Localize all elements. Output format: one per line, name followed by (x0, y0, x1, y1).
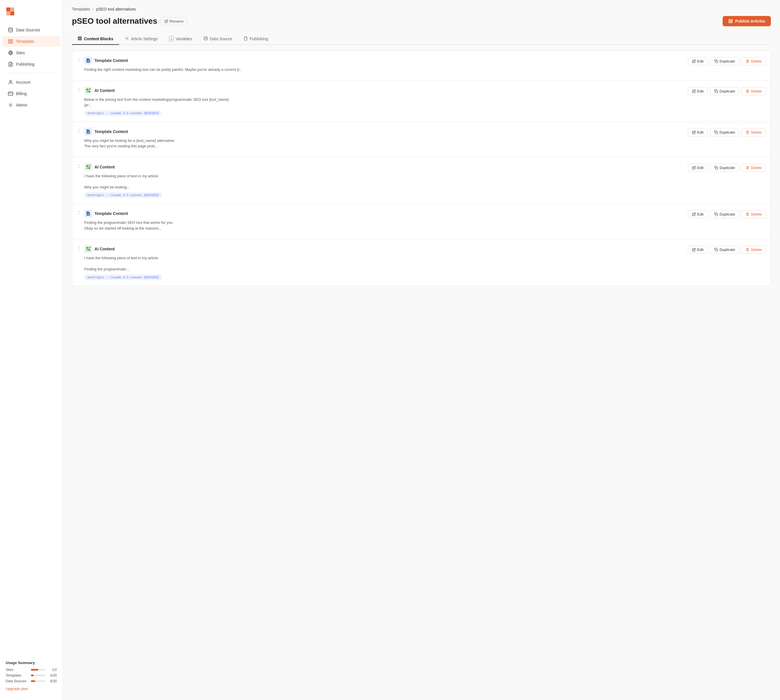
block-description: Finding the programmatic SEO tool that w… (84, 220, 683, 231)
tab-publishing[interactable]: Publishing (238, 33, 274, 45)
block-sort-controls[interactable] (77, 245, 81, 251)
svg-rect-13 (8, 92, 13, 95)
svg-rect-0 (6, 7, 10, 12)
block-duplicate-button[interactable]: Duplicate (710, 128, 739, 137)
blocks-list: Template Content Finding the right conte… (72, 50, 771, 286)
breadcrumb: Templates › pSEO tool alternatives (72, 7, 771, 12)
sidebar-item-sites[interactable]: Sites (2, 47, 60, 58)
block-content: Template Content Why you might be lookin… (84, 128, 683, 151)
block-type-row: ✦ AI Content (84, 245, 683, 253)
sidebar-label-data-sources: Data Sources (16, 28, 40, 32)
block-edit-button[interactable]: Edit (688, 163, 708, 172)
tab-data-source[interactable]: Data Source (198, 33, 238, 45)
svg-rect-38 (716, 132, 718, 133)
sidebar-item-data-sources[interactable]: Data Sources (2, 25, 60, 35)
svg-point-25 (204, 37, 207, 38)
block-type-label: Template Content (95, 58, 128, 63)
block-row: Template Content Finding the right conte… (72, 50, 771, 80)
template-content-icon (84, 57, 92, 65)
svg-text:✦: ✦ (89, 247, 90, 248)
page-header: pSEO tool alternatives Rename Publish Ar… (72, 16, 771, 26)
block-duplicate-button[interactable]: Duplicate (710, 87, 739, 95)
block-actions: Edit Duplicate Delete (688, 57, 766, 65)
block-actions: Edit Duplicate Delete (688, 163, 766, 172)
svg-rect-7 (8, 42, 10, 43)
sidebar-item-account[interactable]: Account (2, 77, 60, 88)
block-type-row: Template Content (84, 210, 683, 218)
svg-point-15 (10, 105, 12, 106)
block-edit-button[interactable]: Edit (688, 87, 708, 95)
block-type-row: Template Content (84, 57, 683, 65)
rename-button[interactable]: Rename (161, 17, 187, 25)
block-description: Finding the right content marketing tool… (84, 67, 683, 73)
sidebar: Data Sources Templates Sites Publishing (0, 0, 63, 700)
block-edit-button[interactable]: Edit (688, 245, 708, 254)
block-description: Below is the pricing text from the conte… (84, 97, 683, 108)
block-delete-button[interactable]: Delete (742, 163, 766, 172)
svg-rect-32 (88, 90, 90, 92)
block-type-row: Template Content (84, 128, 683, 136)
breadcrumb-parent[interactable]: Templates (72, 7, 90, 12)
block-ai-tag: anthropic – claude-3-5-sonnet-20241022 (84, 192, 162, 198)
usage-row-datasources: Data Sources 6/20 (6, 679, 57, 683)
admin-icon (8, 102, 13, 108)
block-edit-button[interactable]: Edit (688, 128, 708, 137)
sidebar-item-publishing[interactable]: Publishing (2, 59, 60, 70)
publish-label: Publish Articles (735, 19, 765, 23)
block-content: Template Content Finding the right conte… (84, 57, 683, 75)
block-duplicate-button[interactable]: Duplicate (710, 210, 739, 218)
block-delete-button[interactable]: Delete (742, 245, 766, 254)
block-type-row: ✦ AI Content (84, 87, 683, 95)
tab-variables[interactable]: x Variables (163, 33, 198, 45)
block-description: I have the following piece of text in my… (84, 255, 683, 272)
usage-bar-bg-sites (31, 669, 45, 671)
usage-bar-bg-templates (31, 675, 45, 676)
svg-rect-51 (86, 249, 88, 251)
svg-rect-49 (86, 247, 88, 249)
block-delete-button[interactable]: Delete (742, 87, 766, 95)
block-type-row: ✦ AI Content (84, 163, 683, 171)
publish-button[interactable]: Publish Articles (723, 16, 771, 26)
block-sort-controls[interactable] (77, 163, 81, 169)
svg-rect-8 (11, 42, 13, 43)
usage-label-datasources: Data Sources (6, 679, 28, 683)
block-delete-button[interactable]: Delete (742, 210, 766, 218)
block-sort-controls[interactable] (77, 128, 81, 133)
block-delete-button[interactable]: Delete (742, 128, 766, 137)
block-sort-controls[interactable] (77, 87, 81, 92)
svg-point-4 (8, 28, 13, 29)
tab-article-settings[interactable]: Article Settings (119, 33, 163, 45)
sidebar-item-billing[interactable]: Billing (2, 88, 60, 99)
content-blocks-tab-icon (78, 36, 82, 42)
block-delete-button[interactable]: Delete (742, 57, 766, 65)
usage-value-templates: 4/20 (48, 673, 57, 677)
tab-variables-label: Variables (176, 37, 192, 41)
sidebar-divider (5, 73, 58, 73)
database-icon (8, 27, 13, 33)
svg-rect-3 (10, 12, 14, 15)
block-duplicate-button[interactable]: Duplicate (710, 57, 739, 65)
block-duplicate-button[interactable]: Duplicate (710, 245, 739, 254)
tab-data-source-label: Data Source (210, 37, 232, 41)
block-edit-button[interactable]: Edit (688, 57, 708, 65)
svg-rect-35 (716, 90, 718, 92)
upgrade-link[interactable]: Upgrade plan (6, 687, 28, 691)
sidebar-item-admin[interactable]: Admin (2, 100, 60, 110)
block-content: ✦ AI Content I have the following piece … (84, 163, 683, 198)
usage-label-sites: Sites (6, 668, 28, 672)
svg-rect-17 (731, 19, 732, 21)
block-actions: Edit Duplicate Delete (688, 87, 766, 95)
block-duplicate-button[interactable]: Duplicate (710, 163, 739, 172)
usage-row-templates: Templates 4/20 (6, 673, 57, 677)
svg-rect-41 (86, 167, 88, 169)
block-sort-controls[interactable] (77, 210, 81, 215)
block-sort-controls[interactable] (77, 57, 81, 62)
block-row: ✦ AI Content I have the following piece … (72, 157, 771, 204)
usage-row-sites: Sites 1/2 (6, 668, 57, 672)
block-row: Template Content Why you might be lookin… (72, 122, 771, 157)
block-actions: Edit Duplicate Delete (688, 245, 766, 254)
block-edit-button[interactable]: Edit (688, 210, 708, 218)
svg-text:✦: ✦ (89, 165, 90, 166)
sidebar-item-templates[interactable]: Templates (2, 36, 60, 47)
tab-content-blocks[interactable]: Content Blocks (72, 33, 119, 45)
